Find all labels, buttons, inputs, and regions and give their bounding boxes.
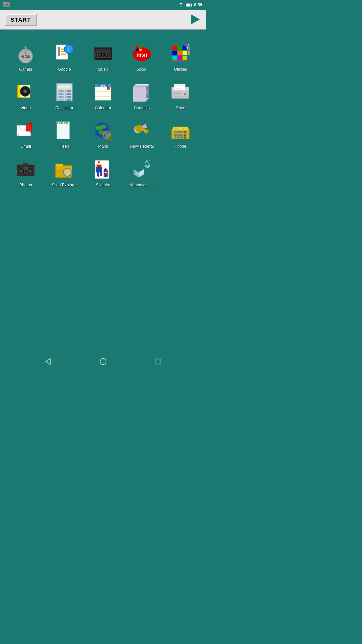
app-item-google[interactable]: i Google: [46, 40, 82, 74]
app-item-photos[interactable]: Photos: [8, 156, 44, 189]
back-button[interactable]: [44, 357, 52, 367]
svg-rect-157: [184, 137, 186, 138]
recent-button[interactable]: [154, 357, 162, 367]
app-item-phone[interactable]: Phone: [162, 117, 199, 151]
svg-text:♥: ♥: [98, 175, 99, 178]
photo-icon: [3, 2, 10, 7]
app-item-keep[interactable]: Keep: [46, 117, 82, 151]
svg-rect-79: [65, 99, 68, 101]
music-icon: [92, 42, 114, 65]
status-time: 6:59: [194, 3, 202, 7]
svg-point-3: [6, 4, 7, 6]
app-item-calculator[interactable]: Calculator: [46, 79, 82, 112]
svg-rect-38: [136, 49, 139, 51]
svg-rect-156: [180, 137, 183, 138]
social-icon: msn: [130, 42, 153, 65]
app-item-gmail[interactable]: Gmail: [8, 117, 44, 151]
svg-rect-39: [139, 49, 142, 51]
svg-point-158: [175, 128, 176, 129]
svg-point-160: [183, 128, 184, 129]
svg-point-132: [105, 133, 110, 138]
svg-marker-198: [139, 169, 144, 177]
keep-label: Keep: [60, 144, 69, 149]
svg-rect-110: [173, 96, 188, 97]
app-item-games[interactable]: Games: [8, 40, 44, 74]
calculator-icon: [53, 81, 76, 103]
svg-rect-18: [58, 47, 60, 56]
status-bar: 6:59: [0, 0, 206, 10]
utilities-label: Utilities: [174, 67, 187, 72]
header: START: [0, 10, 206, 30]
play-store-icon[interactable]: [189, 13, 201, 27]
svg-rect-68: [65, 90, 68, 92]
app-item-music[interactable]: Music: [85, 40, 121, 74]
app-item-solitaire[interactable]: K ♥ Solitaire: [85, 156, 121, 189]
svg-rect-72: [65, 93, 68, 95]
app-item-navyfederal[interactable]: Navy Federal: [124, 117, 160, 151]
svg-rect-112: [26, 124, 32, 131]
svg-rect-171: [23, 163, 29, 165]
svg-rect-62: [17, 93, 18, 94]
photos-label: Photos: [19, 183, 32, 187]
calendar-icon: JUNE 9: [92, 81, 114, 103]
svg-rect-115: [56, 121, 58, 124]
app-item-social[interactable]: msn Social: [124, 40, 160, 74]
svg-rect-176: [56, 164, 63, 167]
notification-area: [3, 2, 10, 8]
app-item-video[interactable]: Video: [8, 79, 44, 112]
svg-rect-169: [24, 167, 28, 169]
svg-rect-155: [177, 137, 180, 138]
svg-point-168: [29, 170, 31, 172]
navyfederal-icon: [130, 119, 153, 142]
svg-rect-36: [136, 46, 139, 48]
maps-icon: [92, 119, 114, 142]
gmail-label: Gmail: [20, 144, 31, 149]
svg-rect-69: [68, 90, 71, 92]
app-item-calendar[interactable]: JUNE 9 Calendar: [85, 79, 121, 112]
svg-rect-77: [68, 96, 71, 98]
svg-rect-67: [61, 90, 64, 92]
home-button[interactable]: [99, 357, 107, 367]
utilities-icon: [169, 42, 192, 65]
svg-rect-75: [61, 96, 64, 98]
svg-rect-40: [172, 46, 177, 50]
svg-point-206: [149, 160, 150, 161]
google-label: Google: [58, 67, 71, 72]
recent-icon: [154, 357, 162, 366]
svg-rect-15: [24, 56, 24, 58]
svg-rect-45: [177, 51, 182, 55]
back-icon: [44, 357, 52, 366]
app-item-maps[interactable]: Maps: [85, 117, 121, 151]
svg-point-159: [177, 128, 178, 129]
svg-rect-21: [61, 54, 66, 55]
svg-point-165: [20, 170, 22, 172]
app-item-contacts[interactable]: Contacts: [124, 79, 160, 112]
svg-rect-54: [187, 47, 188, 49]
svg-rect-152: [180, 134, 183, 136]
svg-rect-117: [61, 121, 63, 124]
music-label: Music: [98, 67, 108, 72]
app-item-drive[interactable]: Drive: [162, 79, 199, 112]
svg-rect-148: [180, 131, 183, 133]
svg-rect-60: [17, 87, 18, 88]
svg-rect-1: [4, 2, 6, 3]
svg-rect-41: [177, 46, 182, 50]
phone-label: Phone: [175, 144, 186, 149]
svg-marker-210: [46, 358, 50, 365]
app-item-utilities[interactable]: Utilities: [162, 40, 199, 74]
svg-rect-109: [173, 93, 180, 94]
app-item-vaporwave[interactable]: Vaporwave…: [124, 156, 160, 189]
games-icon: [14, 42, 37, 65]
calculator-label: Calculator: [55, 105, 73, 110]
svg-rect-74: [58, 96, 61, 98]
svg-rect-14: [25, 57, 27, 58]
svg-rect-71: [61, 93, 64, 95]
svg-rect-37: [139, 46, 142, 48]
svg-marker-7: [191, 14, 200, 24]
start-button[interactable]: START: [5, 14, 37, 26]
svg-rect-52: [185, 45, 187, 47]
svg-rect-16: [27, 56, 28, 58]
social-label: Social: [136, 67, 147, 72]
app-item-solidexplorer[interactable]: Solid Explorer: [46, 156, 82, 189]
svg-text:i: i: [68, 46, 70, 52]
